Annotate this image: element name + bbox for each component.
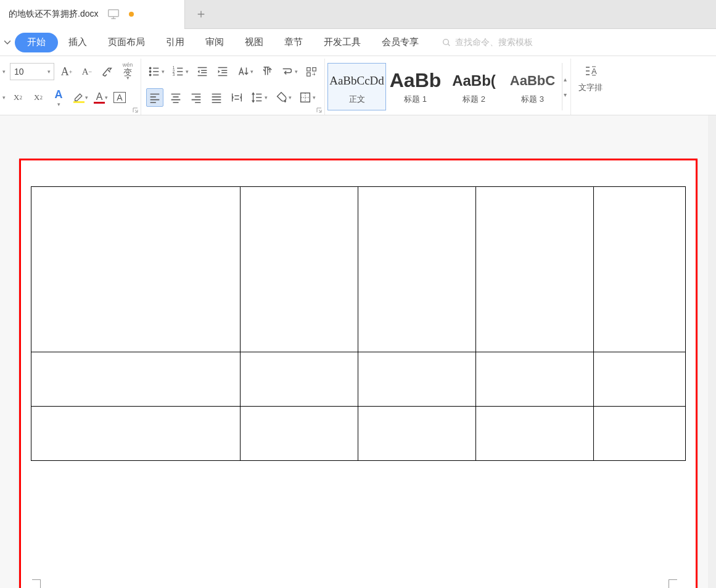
- page-container: [19, 122, 697, 582]
- text-direction-button[interactable]: [259, 62, 275, 81]
- unsaved-indicator-icon: [129, 12, 134, 17]
- table-cell[interactable]: [241, 407, 358, 461]
- table-row[interactable]: [31, 407, 685, 461]
- character-border-button[interactable]: A: [112, 88, 128, 107]
- style-gallery-scroll[interactable]: ▴ ▾: [562, 63, 568, 110]
- font-dialog-launcher[interactable]: [132, 107, 139, 114]
- table-cell[interactable]: [31, 352, 241, 407]
- command-search[interactable]: 查找命令、搜索模板: [442, 37, 533, 48]
- align-center-button[interactable]: [168, 88, 184, 107]
- workspace: [0, 115, 716, 588]
- font-extra-dropdown[interactable]: ▾: [2, 94, 6, 101]
- svg-point-2: [149, 67, 150, 68]
- menu-tab-insert[interactable]: 插入: [58, 33, 97, 52]
- style-heading-3[interactable]: AaBbC 标题 3: [503, 63, 562, 110]
- increase-font-button[interactable]: A+: [59, 62, 75, 81]
- chevron-down-icon: ▾: [105, 94, 108, 101]
- style-heading-1[interactable]: AaBb 标题 1: [386, 63, 445, 110]
- menu-tab-review[interactable]: 审阅: [195, 33, 234, 52]
- table-cell[interactable]: [31, 187, 241, 352]
- style-normal[interactable]: AaBbCcDd 正文: [327, 63, 386, 110]
- numbering-button[interactable]: 123▾: [170, 62, 190, 81]
- table-row[interactable]: [31, 187, 685, 352]
- align-justify-button[interactable]: [208, 88, 224, 107]
- menu-tab-view[interactable]: 视图: [234, 33, 274, 52]
- style-heading-2[interactable]: AaBb( 标题 2: [445, 63, 503, 110]
- font-size-input[interactable]: 10 ▾: [10, 63, 54, 80]
- margin-corner-bottom-right: [669, 579, 677, 588]
- chevron-down-icon[interactable]: ▾: [564, 91, 567, 98]
- document-tab[interactable]: 的地铁还不算拥挤.docx: [0, 0, 185, 29]
- chevron-down-icon: ▾: [57, 101, 60, 107]
- styles-gallery: AaBbCcDd 正文 AaBb 标题 1 AaBb( 标题 2 AaBbC 标…: [325, 59, 571, 115]
- menu-bar: 开始 插入 页面布局 引用 审阅 视图 章节 开发工具 会员专享 查找命令、搜索…: [0, 29, 716, 56]
- chevron-down-icon: ▾: [126, 75, 130, 81]
- svg-text:3: 3: [173, 72, 175, 77]
- table-cell[interactable]: [241, 187, 358, 352]
- decrease-font-button[interactable]: A−: [79, 62, 95, 81]
- svg-point-3: [149, 71, 150, 72]
- shading-button[interactable]: ▾: [273, 88, 293, 107]
- menu-tab-developer[interactable]: 开发工具: [313, 33, 371, 52]
- phonetic-guide-button[interactable]: wén 变 ▾: [120, 62, 136, 81]
- line-spacing-button[interactable]: ▾: [249, 88, 269, 107]
- svg-text:A: A: [591, 67, 597, 76]
- align-left-button[interactable]: [146, 88, 163, 107]
- chevron-up-icon[interactable]: ▴: [564, 76, 567, 83]
- ribbon-toolbar: ▾ 10 ▾ A+ A− wén 变 ▾ ▾ X2 X2 A ▾: [0, 56, 716, 115]
- tab-title: 的地铁还不算拥挤.docx: [9, 9, 98, 20]
- table-cell[interactable]: [358, 407, 475, 461]
- svg-point-1: [443, 39, 449, 44]
- font-color-button[interactable]: A ▾: [91, 88, 107, 107]
- margin-corner-bottom-left: [32, 579, 41, 588]
- document-table[interactable]: [31, 186, 686, 461]
- superscript-button[interactable]: X2: [10, 88, 26, 107]
- chevron-down-icon: ▾: [47, 68, 51, 75]
- table-cell[interactable]: [31, 407, 241, 461]
- svg-rect-9: [313, 68, 316, 72]
- svg-rect-8: [307, 68, 311, 72]
- text-tools-group: A 文字排: [571, 59, 606, 115]
- table-cell[interactable]: [475, 187, 593, 352]
- highlight-button[interactable]: ▾: [71, 88, 87, 107]
- menu-overflow-left-button[interactable]: [0, 29, 15, 56]
- table-cell[interactable]: [475, 352, 593, 407]
- show-marks-button[interactable]: [303, 62, 319, 81]
- menu-tab-page-layout[interactable]: 页面布局: [97, 33, 155, 52]
- font-color-indicator: [94, 102, 105, 104]
- menu-tab-section[interactable]: 章节: [274, 33, 313, 52]
- sort-button[interactable]: ▾: [235, 62, 255, 81]
- font-name-dropdown[interactable]: ▾: [2, 68, 6, 75]
- vertical-scrollbar[interactable]: [708, 115, 716, 588]
- chevron-down-icon: ▾: [85, 94, 88, 101]
- presentation-mode-icon[interactable]: [107, 7, 120, 21]
- menu-tab-member[interactable]: 会员专享: [371, 33, 429, 52]
- clear-formatting-button[interactable]: [99, 62, 115, 81]
- table-row[interactable]: [31, 352, 685, 407]
- text-effects-button[interactable]: A ▾: [51, 88, 67, 107]
- table-cell[interactable]: [358, 352, 475, 407]
- document-tab-bar: 的地铁还不算拥挤.docx: [0, 0, 716, 29]
- line-break-button[interactable]: ▾: [279, 62, 299, 81]
- menu-tab-references[interactable]: 引用: [155, 33, 195, 52]
- paragraph-group: ▾ 123▾ ▾ ▾: [141, 59, 325, 115]
- align-right-button[interactable]: [188, 88, 204, 107]
- table-cell[interactable]: [241, 352, 358, 407]
- svg-point-4: [149, 74, 150, 75]
- table-cell[interactable]: [358, 187, 475, 352]
- table-cell[interactable]: [593, 407, 685, 461]
- decrease-indent-button[interactable]: [194, 62, 210, 81]
- increase-indent-button[interactable]: [215, 62, 231, 81]
- table-cell[interactable]: [475, 407, 593, 461]
- borders-button[interactable]: ▾: [297, 88, 317, 107]
- paragraph-dialog-launcher[interactable]: [316, 107, 323, 114]
- menu-tab-home[interactable]: 开始: [15, 33, 58, 52]
- bullets-button[interactable]: ▾: [146, 62, 166, 81]
- table-cell[interactable]: [593, 187, 685, 352]
- text-arrange-button[interactable]: A 文字排: [577, 64, 604, 93]
- table-cell[interactable]: [593, 352, 685, 407]
- align-distributed-button[interactable]: [229, 88, 245, 107]
- new-tab-button[interactable]: [189, 2, 213, 27]
- document-page[interactable]: [19, 159, 697, 588]
- subscript-button[interactable]: X2: [30, 88, 46, 107]
